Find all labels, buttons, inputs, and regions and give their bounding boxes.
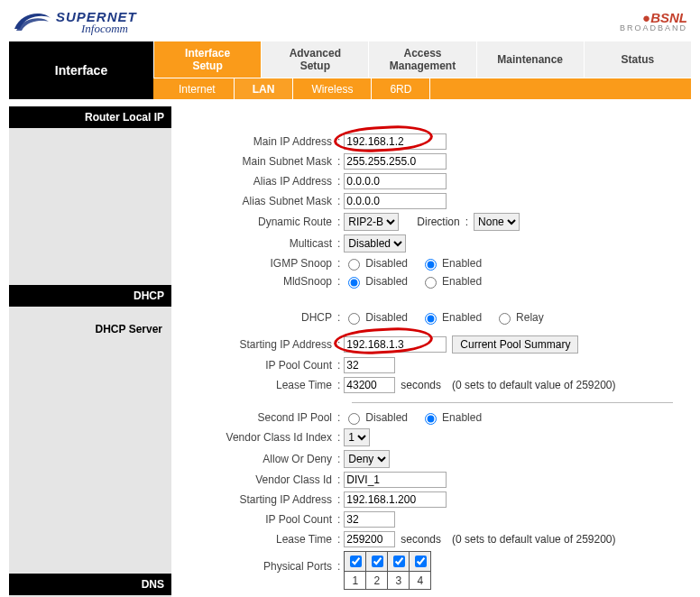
label-physical-ports: Physical Ports <box>189 551 334 573</box>
section-dhcp: DHCP <box>9 285 171 307</box>
second-pool-enabled-radio[interactable] <box>425 413 437 425</box>
label-allow-deny: Allow Or Deny <box>189 453 334 465</box>
physical-ports-table: 1 2 3 4 <box>344 551 431 590</box>
subtab-internet[interactable]: Internet <box>153 78 235 100</box>
ip-pool-count-input[interactable] <box>344 357 395 373</box>
subtab-wireless[interactable]: Wireless <box>293 78 372 100</box>
page-title: Interface <box>9 41 153 99</box>
label-second-ip-pool: Second IP Pool <box>189 411 334 424</box>
section-router-local-ip: Router Local IP <box>9 106 171 128</box>
dhcp-relay-radio[interactable] <box>499 313 511 325</box>
label-starting-ip2: Starting IP Address <box>189 493 334 506</box>
main-subnet-input[interactable] <box>344 153 447 170</box>
label-vendor-id: Vendor Class Id <box>189 473 334 486</box>
port-num-2: 2 <box>366 572 388 590</box>
section-dhcp-server: DHCP Server <box>9 317 171 341</box>
label-vendor-idx: Vendor Class Id Index <box>189 431 334 444</box>
label-multicast: Multicast <box>189 237 334 250</box>
swoosh-icon <box>13 9 52 34</box>
dhcp-enabled-radio[interactable] <box>425 313 437 325</box>
lease-note: (0 sets to default value of 259200) <box>452 379 615 391</box>
lease-unit: seconds <box>401 379 441 391</box>
igmp-disabled-radio[interactable] <box>348 259 360 271</box>
alias-ip-input[interactable] <box>344 173 447 189</box>
vendor-idx-select[interactable]: 1 <box>344 428 370 446</box>
label-ip-pool-count: IP Pool Count <box>189 359 334 372</box>
dhcp-disabled-radio[interactable] <box>348 313 360 325</box>
tab-status[interactable]: Status <box>584 41 691 78</box>
vendor-id-input[interactable] <box>344 472 447 488</box>
mld-enabled-radio[interactable] <box>425 277 437 289</box>
starting-ip2-input[interactable] <box>344 491 447 508</box>
lease-time-input[interactable] <box>344 377 395 393</box>
tab-access-management[interactable]: Access Management <box>368 41 475 78</box>
brand-right-logo: ●BSNL BROADBAND <box>620 11 687 32</box>
dynamic-route-select[interactable]: RIP2-B <box>344 213 399 231</box>
brand-left-logo: SUPERNET Infocomm <box>13 9 137 34</box>
divider <box>352 402 673 403</box>
allow-deny-select[interactable]: Deny <box>344 450 390 468</box>
label-dynamic-route: Dynamic Route <box>189 216 334 228</box>
label-alias-subnet: Alias Subnet Mask <box>189 195 334 207</box>
multicast-select[interactable]: Disabled <box>344 234 406 253</box>
current-pool-button[interactable]: Current Pool Summary <box>452 335 578 354</box>
port-num-1: 1 <box>345 572 366 590</box>
ip-pool-count2-input[interactable] <box>344 511 395 528</box>
label-lease-time: Lease Time <box>189 379 334 391</box>
port-num-4: 4 <box>410 572 431 590</box>
lease-note2: (0 sets to default value of 259200) <box>452 533 615 546</box>
port-num-3: 3 <box>388 572 410 590</box>
subtab-lan[interactable]: LAN <box>235 78 294 100</box>
port-4-checkbox[interactable] <box>415 556 427 567</box>
section-dns: DNS <box>9 574 171 595</box>
label-main-ip: Main IP Address <box>189 135 334 148</box>
direction-select[interactable]: None <box>474 213 520 231</box>
second-pool-disabled-radio[interactable] <box>348 413 360 425</box>
starting-ip-input[interactable] <box>344 336 447 353</box>
lease-time2-input[interactable] <box>344 531 395 547</box>
label-mld-snoop: MldSnoop <box>189 275 334 288</box>
label-lease-time2: Lease Time <box>189 533 334 546</box>
label-dhcp: DHCP <box>189 311 334 324</box>
label-starting-ip: Starting IP Address <box>189 338 334 351</box>
tab-advanced-setup[interactable]: Advanced Setup <box>261 41 368 78</box>
tab-interface-setup[interactable]: Interface Setup <box>153 41 261 78</box>
port-1-checkbox[interactable] <box>350 556 362 567</box>
label-alias-ip: Alias IP Address <box>189 175 334 188</box>
label-direction: Direction <box>417 216 459 228</box>
tab-maintenance[interactable]: Maintenance <box>476 41 584 78</box>
port-3-checkbox[interactable] <box>393 556 405 567</box>
alias-subnet-input[interactable] <box>344 193 447 209</box>
subtab-6rd[interactable]: 6RD <box>372 78 430 100</box>
label-main-subnet: Main Subnet Mask <box>189 155 334 168</box>
port-2-checkbox[interactable] <box>372 556 383 567</box>
lease-unit2: seconds <box>401 533 441 546</box>
brand-right-line2: BROADBAND <box>620 24 687 32</box>
igmp-enabled-radio[interactable] <box>425 259 437 271</box>
label-igmp-snoop: IGMP Snoop <box>189 257 334 270</box>
label-ip-pool-count2: IP Pool Count <box>189 513 334 526</box>
main-ip-input[interactable] <box>344 133 447 150</box>
mld-disabled-radio[interactable] <box>348 277 360 289</box>
